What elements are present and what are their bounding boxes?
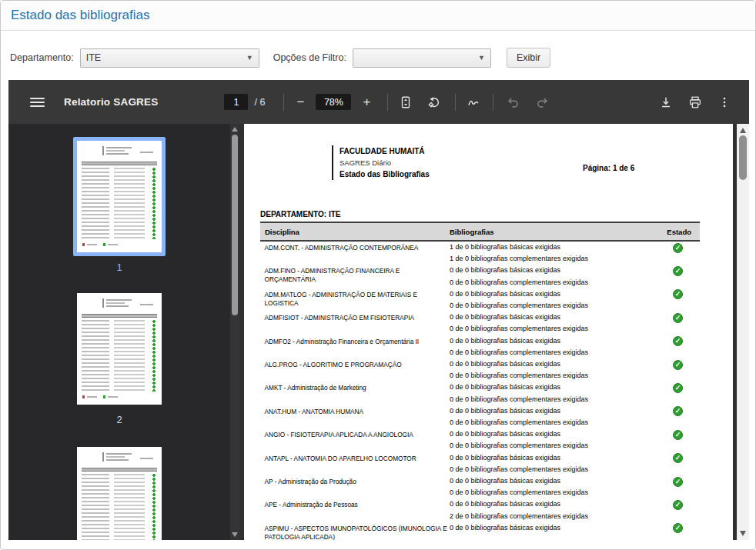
- complementary-bibliography-count: 0 de 0 bibliografias complementares exig…: [450, 487, 651, 498]
- department-heading: DEPARTAMENTO: ITE: [260, 210, 340, 218]
- app-window: Estado das bibliografias Departamento: I…: [0, 0, 756, 550]
- basic-bibliography-count: 0 de 0 bibliografias básicas exigidas: [450, 475, 651, 487]
- chevron-down-icon: ▼: [478, 54, 485, 62]
- thumbnail-page-1[interactable]: 1: [73, 137, 166, 273]
- exibir-button[interactable]: Exibir: [507, 48, 550, 68]
- thumbnail-page-2[interactable]: 2: [73, 289, 166, 425]
- thumbnail-row-lines: [82, 168, 157, 239]
- basic-bibliography-count: 1 de 0 bibliografias básicas exigidas: [450, 242, 651, 253]
- table-row: APE - Administração de Pessoas 0 de 0 bi…: [260, 498, 700, 522]
- page-navigation: / 6: [224, 94, 265, 110]
- complementary-bibliography-count: 0 de 0 bibliografias complementares exig…: [450, 323, 651, 335]
- page-count-label: / 6: [254, 97, 265, 108]
- bibliography-cell: 0 de 0 bibliografias básicas exigidas 0 …: [450, 265, 651, 288]
- basic-bibliography-count: 0 de 0 bibliografias básicas exigidas: [450, 335, 651, 347]
- table-row: ADMFISIOT - ADMINISTRAÇÃO EM FISIOTERAPI…: [260, 312, 700, 335]
- page-title-bar: Estado das bibliografias: [1, 1, 755, 31]
- discipline-name: ADM.MATLOG - ADMINISTRAÇÃO DE MATERIAIS …: [260, 288, 450, 308]
- table-row: ANTAPL - ANATOMIA DO APARELHO LOCOMOTOR …: [260, 452, 700, 475]
- status-ok-icon: ✓: [673, 313, 683, 323]
- page-number-input[interactable]: [224, 94, 248, 110]
- fit-page-icon: [399, 95, 413, 109]
- thumbnail-row-lines: [82, 474, 157, 540]
- filter-options-select[interactable]: ▼: [353, 48, 491, 68]
- column-header-estado: Estado: [651, 228, 700, 236]
- scroll-up-icon[interactable]: [232, 127, 238, 132]
- thumbnail-panel: 1 2 3: [8, 124, 239, 540]
- basic-bibliography-count: 0 de 0 bibliografias básicas exigidas: [450, 358, 651, 370]
- status-ok-icon: ✓: [673, 477, 683, 487]
- department-select[interactable]: ITE ▼: [80, 48, 259, 68]
- redo-button[interactable]: [534, 93, 552, 112]
- document-header: FACULDADE HUMAITÁ SAGRES Diário Estado d…: [332, 145, 430, 180]
- complementary-bibliography-count: 0 de 0 bibliografias complementares exig…: [450, 417, 651, 428]
- status-cell: ✓: [651, 358, 700, 370]
- thumbnail-row-lines: [82, 320, 157, 392]
- basic-bibliography-count: 0 de 0 bibliografias básicas exigidas: [450, 428, 651, 440]
- pdf-toolbar: Relatorio SAGRES / 6 − 78% +: [8, 80, 749, 124]
- scrollbar-thumb[interactable]: [739, 135, 747, 180]
- fit-to-page-button[interactable]: [396, 93, 415, 112]
- complementary-bibliography-count: 0 de 0 bibliografias complementares exig…: [450, 300, 651, 312]
- discipline-name: ANAT.HUM - ANATOMIA HUMANA: [260, 405, 450, 416]
- rotate-ccw-icon: [427, 95, 441, 109]
- ink-annotate-icon: [467, 95, 480, 109]
- bibliography-cell: 0 de 0 bibliografias básicas exigidas 0 …: [450, 312, 651, 335]
- zoom-in-button[interactable]: +: [357, 93, 376, 112]
- status-ok-icon: ✓: [673, 243, 683, 253]
- more-options-button[interactable]: [715, 93, 734, 112]
- thumbnail-border: [73, 443, 166, 540]
- status-cell: ✓: [651, 498, 700, 510]
- thumbnail-page-3[interactable]: 3: [73, 443, 166, 540]
- complementary-bibliography-count: 0 de 0 bibliografias complementares exig…: [450, 277, 651, 288]
- department-label: Departamento:: [10, 52, 74, 63]
- discipline-name: ADMFO2 - Administração Financeira e Orça…: [260, 335, 450, 346]
- thumbnail-header-lines: [82, 146, 156, 158]
- vertical-scrollbar[interactable]: [737, 124, 749, 540]
- complementary-bibliography-count: 2 de 0 bibliografias complementares exig…: [450, 511, 651, 522]
- status-cell: ✓: [651, 242, 700, 253]
- zoom-out-button[interactable]: −: [291, 93, 309, 112]
- print-button[interactable]: [686, 93, 704, 112]
- basic-bibliography-count: 0 de 0 bibliografias básicas exigidas: [450, 498, 651, 510]
- scroll-up-icon[interactable]: [740, 128, 746, 133]
- complementary-bibliography-count: 0 de 0 bibliografias complementares exig…: [450, 394, 651, 405]
- thumbnail-border: [73, 289, 166, 408]
- status-ok-icon: ✓: [673, 453, 683, 463]
- pdf-page: FACULDADE HUMAITÁ SAGRES Diário Estado d…: [244, 124, 733, 540]
- table-row: AMKT - Administração de Marketing 0 de 0…: [260, 382, 700, 405]
- complementary-bibliography-count: 1 de 0 bibliografias complementares exig…: [450, 253, 651, 265]
- table-header-row: Disciplina Bibliografias Estado: [260, 222, 700, 242]
- status-cell: ✓: [651, 405, 700, 417]
- annotate-button[interactable]: [464, 93, 483, 112]
- table-row: ADM.FINO - ADMINISTRAÇÃO FINANCEIRA E OR…: [260, 265, 700, 288]
- basic-bibliography-count: 0 de 0 bibliografias básicas exigidas: [450, 312, 651, 323]
- bibliography-cell: 0 de 0 bibliografias básicas exigidas 0 …: [450, 335, 651, 358]
- discipline-name: ANGIO - FISIOTERAPIA APLICADA A ANGIOLOG…: [260, 428, 450, 439]
- status-cell: ✓: [651, 382, 700, 393]
- filter-options-label: Opções de Filtro:: [273, 52, 346, 63]
- complementary-bibliography-count: 0 de 0 bibliografias complementares exig…: [450, 370, 651, 382]
- table-row: ALG.PROG - ALGORITIMO E PROGRAMAÇÃO 0 de…: [260, 358, 700, 382]
- download-button[interactable]: [657, 93, 675, 112]
- menu-button[interactable]: [28, 93, 46, 112]
- rotate-button[interactable]: [425, 93, 443, 112]
- undo-button[interactable]: [503, 93, 522, 112]
- bibliography-cell: 0 de 0 bibliografias básicas exigidas 0 …: [450, 358, 651, 382]
- zoom-level-display: 78%: [316, 94, 351, 110]
- scroll-down-icon[interactable]: [740, 531, 746, 536]
- status-ok-icon: ✓: [673, 523, 683, 533]
- thumbnail-scrollbar[interactable]: [230, 124, 239, 540]
- discipline-name: APE - Administração de Pessoas: [260, 498, 450, 509]
- discipline-name: ADMFISIOT - ADMINISTRAÇÃO EM FISIOTERAPI…: [260, 312, 450, 322]
- basic-bibliography-count: 0 de 0 bibliografias básicas exigidas: [450, 405, 651, 417]
- hamburger-icon: [30, 95, 45, 109]
- status-ok-icon: ✓: [673, 383, 683, 393]
- scroll-down-icon[interactable]: [232, 532, 238, 537]
- table-row: ANAT.HUM - ANATOMIA HUMANA 0 de 0 biblio…: [260, 405, 700, 428]
- thumbnail-table-band: [82, 468, 157, 472]
- print-icon: [688, 95, 702, 109]
- scrollbar-thumb[interactable]: [232, 135, 238, 315]
- discipline-name: ASPIMU - ASPECTOS IMUNOPATOLÓGICOS (IMUN…: [260, 522, 450, 540]
- thumbnail-table-band: [82, 314, 157, 318]
